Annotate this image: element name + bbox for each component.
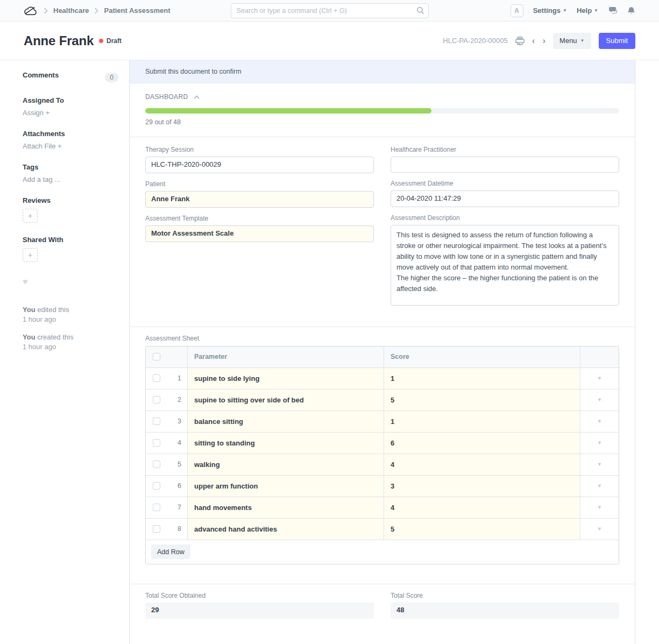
assessment-description-label: Assessment Description bbox=[391, 214, 619, 222]
row-checkbox[interactable] bbox=[153, 396, 160, 404]
parameter-cell[interactable]: supine to side lying bbox=[188, 368, 384, 389]
status-dot-icon bbox=[99, 39, 103, 43]
page-title: Anne Frank bbox=[24, 33, 94, 48]
row-checkbox[interactable] bbox=[153, 374, 160, 382]
row-checkbox[interactable] bbox=[153, 417, 160, 425]
therapy-session-field[interactable]: HLC-THP-2020-00029 bbox=[145, 157, 374, 173]
row-checkbox[interactable] bbox=[153, 504, 160, 511]
assessment-template-label: Assessment Template bbox=[145, 215, 374, 222]
chevron-down-icon: ▼ bbox=[580, 38, 585, 43]
details-section: Therapy Session HLC-THP-2020-00029 Patie… bbox=[130, 137, 635, 327]
row-expand-icon[interactable]: ▼ bbox=[597, 440, 602, 445]
like-heart-icon[interactable]: ♥ bbox=[23, 277, 118, 287]
shared-with-label: Shared With bbox=[23, 236, 118, 244]
total-score-value: 48 bbox=[391, 603, 619, 619]
status-indicator: Draft bbox=[99, 37, 122, 45]
patient-field[interactable]: Anne Frank bbox=[145, 191, 374, 208]
activity-action: edited this bbox=[36, 306, 69, 314]
assessment-template-field[interactable]: Motor Assessment Scale bbox=[145, 225, 374, 242]
navbar: Healthcare Patient Assessment A Settings… bbox=[0, 0, 659, 22]
score-cell[interactable]: 3 bbox=[384, 476, 580, 497]
assign-label: Assign bbox=[23, 109, 44, 117]
reviews-label: Reviews bbox=[23, 196, 118, 204]
breadcrumb-patient-assessment[interactable]: Patient Assessment bbox=[104, 6, 170, 15]
row-checkbox[interactable] bbox=[153, 439, 160, 447]
tags-label: Tags bbox=[23, 163, 118, 171]
parameter-cell[interactable]: advanced hand activities bbox=[188, 519, 384, 540]
score-progress-text: 29 out of 48 bbox=[145, 118, 619, 126]
assessment-sheet-grid: Parameter Score 1 supine to side lying 1… bbox=[145, 346, 619, 564]
assigned-to-label: Assigned To bbox=[23, 96, 118, 104]
print-icon[interactable] bbox=[515, 37, 525, 45]
attach-file-label: Attach File bbox=[23, 142, 55, 150]
score-cell[interactable]: 4 bbox=[384, 497, 580, 518]
comments-label[interactable]: Comments bbox=[23, 71, 59, 79]
score-cell[interactable]: 4 bbox=[384, 454, 580, 475]
score-cell[interactable]: 6 bbox=[384, 433, 580, 454]
score-cell[interactable]: 1 bbox=[384, 411, 580, 432]
submit-button[interactable]: Submit bbox=[599, 33, 635, 49]
score-cell[interactable]: 1 bbox=[384, 368, 580, 389]
activity-created: You created this 1 hour ago bbox=[23, 332, 118, 351]
parameter-cell[interactable]: balance sitting bbox=[188, 411, 384, 432]
row-expand-icon[interactable]: ▼ bbox=[597, 526, 602, 532]
notifications-bell-icon[interactable] bbox=[627, 6, 635, 15]
settings-menu[interactable]: Settings ▼ bbox=[533, 6, 567, 15]
row-expand-icon[interactable]: ▼ bbox=[597, 419, 602, 424]
row-expand-icon[interactable]: ▼ bbox=[597, 376, 602, 381]
next-record-icon[interactable]: › bbox=[542, 36, 545, 45]
search-input[interactable] bbox=[231, 3, 429, 18]
parameter-cell[interactable]: walking bbox=[188, 454, 384, 475]
parameter-column-header: Parameter bbox=[188, 346, 384, 367]
menu-button[interactable]: Menu ▼ bbox=[553, 33, 591, 49]
dashboard-section-toggle[interactable]: DASHBOARD bbox=[145, 93, 619, 101]
row-expand-icon[interactable]: ▼ bbox=[597, 483, 602, 489]
add-review-button[interactable]: + bbox=[23, 209, 38, 223]
assessment-datetime-field[interactable]: 20-04-2020 11:47:29 bbox=[391, 190, 619, 207]
table-row: 4 sitting to standing 6 ▼ bbox=[146, 433, 619, 454]
chat-icon[interactable] bbox=[608, 6, 618, 15]
attach-file-button[interactable]: Attach File + bbox=[23, 142, 62, 150]
grid-footer: Add Row bbox=[146, 540, 619, 564]
chevron-right-icon bbox=[44, 8, 48, 14]
row-checkbox[interactable] bbox=[153, 461, 160, 468]
row-expand-icon[interactable]: ▼ bbox=[597, 462, 602, 467]
global-search bbox=[231, 3, 429, 18]
add-row-button[interactable]: Add Row bbox=[151, 544, 190, 559]
chevron-up-icon bbox=[194, 95, 200, 99]
score-cell[interactable]: 5 bbox=[384, 390, 580, 411]
parameter-cell[interactable]: sitting to standing bbox=[188, 433, 384, 454]
row-checkbox[interactable] bbox=[153, 525, 160, 533]
parameter-cell[interactable]: supine to sitting over side of bed bbox=[188, 390, 384, 411]
total-score-obtained-label: Total Score Obtained bbox=[145, 592, 374, 599]
activity-who: You bbox=[23, 333, 36, 341]
row-expand-icon[interactable]: ▼ bbox=[597, 505, 602, 510]
form-body: Submit this document to confirm DASHBOAR… bbox=[129, 60, 635, 644]
breadcrumb-healthcare[interactable]: Healthcare bbox=[53, 6, 89, 15]
select-all-checkbox[interactable] bbox=[153, 353, 160, 360]
assign-button[interactable]: Assign + bbox=[23, 109, 49, 117]
add-tag-input[interactable]: Add a tag ... bbox=[23, 175, 60, 183]
form-sidebar: Comments 0 Assigned To Assign + Attachme… bbox=[0, 60, 129, 644]
patient-label: Patient bbox=[145, 180, 374, 188]
row-checkbox[interactable] bbox=[153, 482, 160, 490]
avatar[interactable]: A bbox=[511, 4, 523, 17]
table-row: 7 hand movements 4 ▼ bbox=[146, 497, 619, 519]
score-cell[interactable]: 5 bbox=[384, 519, 580, 540]
prev-record-icon[interactable]: ‹ bbox=[532, 36, 535, 45]
total-score-label: Total Score bbox=[391, 592, 619, 599]
healthcare-practitioner-field[interactable] bbox=[391, 157, 619, 173]
row-expand-icon[interactable]: ▼ bbox=[597, 397, 602, 402]
parameter-cell[interactable]: upper arm function bbox=[188, 476, 384, 497]
add-share-button[interactable]: + bbox=[23, 248, 38, 262]
table-row: 8 advanced hand activities 5 ▼ bbox=[146, 519, 619, 540]
score-column-header: Score bbox=[384, 346, 580, 367]
assessment-description-field[interactable]: This test is designed to assess the retu… bbox=[391, 225, 619, 306]
parameter-cell[interactable]: hand movements bbox=[188, 497, 384, 518]
menu-button-label: Menu bbox=[559, 37, 577, 45]
row-index: 6 bbox=[178, 482, 187, 490]
app-logo-icon[interactable] bbox=[24, 5, 38, 16]
help-menu[interactable]: Help ▼ bbox=[577, 6, 598, 15]
table-row: 5 walking 4 ▼ bbox=[146, 454, 619, 476]
dashboard-label: DASHBOARD bbox=[145, 93, 188, 101]
